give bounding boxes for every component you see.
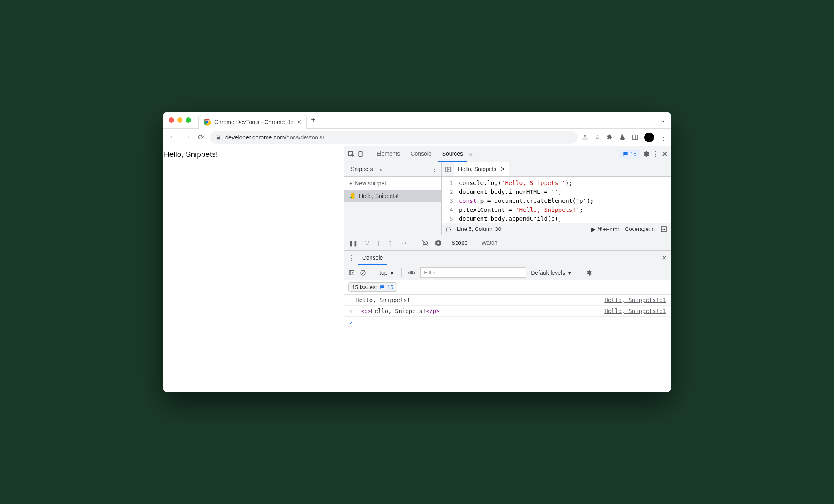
device-toggle-icon[interactable] <box>357 151 364 157</box>
svg-rect-10 <box>661 227 666 232</box>
console-settings-icon[interactable] <box>586 269 592 276</box>
new-snippet-button[interactable]: + New snippet <box>344 177 441 190</box>
window-controls <box>169 117 191 123</box>
debugger-toolbar: ❚❚ ⭣ ⭡ →• Scope Watch <box>344 235 671 251</box>
address-bar[interactable]: developer.chrome.com/docs/devtools/ <box>210 131 578 144</box>
editor-pane: Hello, Snippets! ✕ 12345 console.log('He… <box>442 162 671 235</box>
watch-tab[interactable]: Watch <box>478 235 502 250</box>
reload-button[interactable]: ⟳ <box>196 131 206 143</box>
svg-rect-12 <box>437 242 439 244</box>
lock-icon <box>215 135 221 140</box>
editor-status-bar: { } Line 5, Column 30 ▶ ⌘+Enter Coverage… <box>442 223 671 235</box>
step-icon[interactable]: →• <box>399 240 406 246</box>
navigator-pane: Snippets » ⋮ + New snippet Hello, Snippe… <box>344 162 442 235</box>
toggle-navigator-icon[interactable] <box>445 166 452 173</box>
svg-rect-2 <box>632 135 638 139</box>
issues-badge[interactable]: 15 <box>619 150 640 159</box>
console-drawer-header: ⋮ Console ✕ <box>344 251 671 265</box>
pause-on-exceptions-icon[interactable] <box>434 239 442 247</box>
browser-tab[interactable]: Chrome DevTools - Chrome De ✕ <box>198 115 307 129</box>
forward-button[interactable]: → <box>182 131 192 143</box>
maximize-window-button[interactable] <box>186 117 191 123</box>
browser-toolbar: ← → ⟳ developer.chrome.com/docs/devtools… <box>163 129 671 146</box>
console-sidebar-icon[interactable] <box>348 269 355 276</box>
step-over-icon[interactable] <box>364 240 370 246</box>
share-icon[interactable] <box>582 134 589 141</box>
run-snippet-button[interactable]: ▶ ⌘+Enter <box>591 226 619 232</box>
svg-point-7 <box>350 197 352 199</box>
svg-point-1 <box>206 121 209 124</box>
url-path: /docs/devtools/ <box>285 134 324 141</box>
extensions-icon[interactable] <box>606 134 613 141</box>
close-window-button[interactable] <box>169 117 174 123</box>
titlebar: Chrome DevTools - Chrome De ✕ + ⌄ <box>163 112 671 129</box>
deactivate-breakpoints-icon[interactable] <box>421 239 429 247</box>
code-editor[interactable]: 12345 console.log('Hello, Snippets!');do… <box>442 177 671 223</box>
back-button[interactable]: ← <box>167 131 178 143</box>
live-expression-icon[interactable] <box>408 269 415 276</box>
navigator-menu[interactable]: ⋮ <box>432 165 438 173</box>
tab-sources[interactable]: Sources <box>438 146 467 162</box>
chrome-menu-button[interactable]: ⋮ <box>660 133 667 142</box>
coverage-label[interactable]: Coverage: n <box>625 226 655 232</box>
content-area: Hello, Snippets! Elements Console Source… <box>163 146 671 392</box>
console-drawer-tab[interactable]: Console <box>358 251 387 265</box>
close-devtools-button[interactable]: ✕ <box>662 150 668 159</box>
editor-tabs: Hello, Snippets! ✕ <box>442 162 671 177</box>
context-selector[interactable]: top ▼ <box>380 269 395 276</box>
inspect-icon[interactable] <box>348 150 355 158</box>
scope-tab[interactable]: Scope <box>447 235 472 250</box>
labs-icon[interactable] <box>619 134 626 141</box>
devtools-panel: Elements Console Sources » 15 ⋮ ✕ Snippe… <box>344 146 671 392</box>
tab-console[interactable]: Console <box>406 146 435 162</box>
console-messages: Hello, Snippets! Hello, Snippets!:1 ‹·<p… <box>344 295 671 328</box>
close-tab-button[interactable]: ✕ <box>297 119 302 125</box>
console-toolbar: top ▼ Filter Default levels ▼ <box>344 265 671 280</box>
tabs-overflow-button[interactable]: ⌄ <box>660 116 665 124</box>
step-out-icon[interactable]: ⭡ <box>387 240 393 246</box>
pretty-print-icon[interactable]: { } <box>446 226 451 232</box>
profile-avatar[interactable] <box>644 133 654 142</box>
devtools-main-tabs: Elements Console Sources » 15 ⋮ ✕ <box>344 146 671 162</box>
close-drawer-button[interactable]: ✕ <box>662 254 667 262</box>
pause-button[interactable]: ❚❚ <box>348 240 358 246</box>
devtools-menu-button[interactable]: ⋮ <box>652 150 659 159</box>
svg-point-11 <box>367 244 368 245</box>
issues-row: 15 Issues: 15 <box>344 280 671 295</box>
snippet-file[interactable]: Hello, Snippets! <box>344 190 441 202</box>
minimize-window-button[interactable] <box>177 117 182 123</box>
webpage-viewport: Hello, Snippets! <box>163 146 344 392</box>
log-levels-selector[interactable]: Default levels ▼ <box>531 269 572 276</box>
console-log-row: Hello, Snippets! Hello, Snippets!:1 <box>344 295 671 306</box>
settings-icon[interactable] <box>642 150 649 158</box>
chat-icon <box>623 151 628 157</box>
tab-title: Chrome DevTools - Chrome De <box>214 119 293 125</box>
drawer-menu-button[interactable]: ⋮ <box>348 254 355 262</box>
dropdown-icon[interactable] <box>660 226 667 232</box>
close-file-button[interactable]: ✕ <box>500 166 505 172</box>
navigator-more-tabs[interactable]: » <box>379 166 382 173</box>
source-link[interactable]: Hello, Snippets!:1 <box>604 297 666 303</box>
tab-elements[interactable]: Elements <box>372 146 404 162</box>
editor-file-tab[interactable]: Hello, Snippets! ✕ <box>454 162 509 176</box>
navigator-tabs: Snippets » ⋮ <box>344 162 441 177</box>
chat-icon <box>380 285 385 290</box>
new-tab-button[interactable]: + <box>311 115 316 125</box>
page-text: Hello, Snippets! <box>164 150 218 159</box>
more-tabs-button[interactable]: » <box>469 151 473 157</box>
snippets-tab[interactable]: Snippets <box>348 162 376 176</box>
step-into-icon[interactable]: ⭣ <box>376 240 382 246</box>
console-prompt[interactable]: › <box>344 317 671 328</box>
cursor-position: Line 5, Column 30 <box>457 226 502 232</box>
bookmark-button[interactable]: ☆ <box>594 133 601 142</box>
sidepanel-icon[interactable] <box>632 134 639 141</box>
issues-button[interactable]: 15 Issues: 15 <box>348 282 397 292</box>
browser-window: Chrome DevTools - Chrome De ✕ + ⌄ ← → ⟳ … <box>163 112 671 392</box>
plus-icon: + <box>349 180 352 187</box>
source-link[interactable]: Hello, Snippets!:1 <box>604 308 666 314</box>
url-domain: developer.chrome.com <box>225 134 285 141</box>
clear-console-icon[interactable] <box>360 269 366 276</box>
svg-point-17 <box>410 272 413 274</box>
snippet-file-icon <box>349 193 356 199</box>
filter-input[interactable]: Filter <box>420 267 526 278</box>
